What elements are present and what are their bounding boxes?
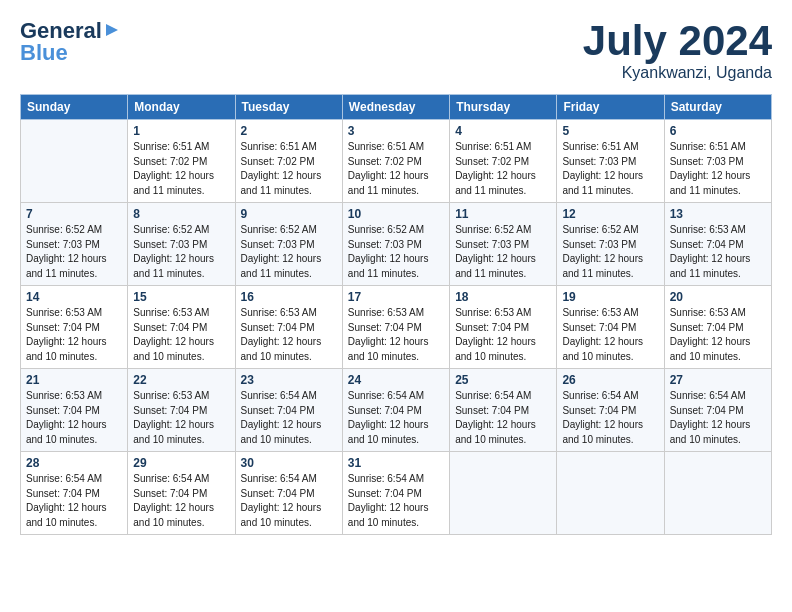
day-info: Sunrise: 6:54 AM Sunset: 7:04 PM Dayligh…	[455, 389, 551, 447]
calendar-cell	[21, 120, 128, 203]
calendar-cell: 4Sunrise: 6:51 AM Sunset: 7:02 PM Daylig…	[450, 120, 557, 203]
calendar-cell: 15Sunrise: 6:53 AM Sunset: 7:04 PM Dayli…	[128, 286, 235, 369]
day-number: 2	[241, 124, 337, 138]
day-info: Sunrise: 6:51 AM Sunset: 7:02 PM Dayligh…	[241, 140, 337, 198]
calendar-cell: 3Sunrise: 6:51 AM Sunset: 7:02 PM Daylig…	[342, 120, 449, 203]
day-info: Sunrise: 6:53 AM Sunset: 7:04 PM Dayligh…	[241, 306, 337, 364]
calendar-cell: 21Sunrise: 6:53 AM Sunset: 7:04 PM Dayli…	[21, 369, 128, 452]
day-number: 6	[670, 124, 766, 138]
page: General Blue July 2024 Kyankwanzi, Ugand…	[0, 0, 792, 545]
calendar-cell: 22Sunrise: 6:53 AM Sunset: 7:04 PM Dayli…	[128, 369, 235, 452]
calendar-title: July 2024	[583, 18, 772, 64]
day-number: 4	[455, 124, 551, 138]
day-number: 16	[241, 290, 337, 304]
day-number: 18	[455, 290, 551, 304]
day-number: 29	[133, 456, 229, 470]
calendar-cell: 16Sunrise: 6:53 AM Sunset: 7:04 PM Dayli…	[235, 286, 342, 369]
logo-blue: Blue	[20, 40, 68, 66]
calendar-cell	[557, 452, 664, 535]
weekday-header: Sunday	[21, 95, 128, 120]
calendar-cell: 18Sunrise: 6:53 AM Sunset: 7:04 PM Dayli…	[450, 286, 557, 369]
header: General Blue July 2024 Kyankwanzi, Ugand…	[20, 18, 772, 82]
day-number: 30	[241, 456, 337, 470]
day-info: Sunrise: 6:52 AM Sunset: 7:03 PM Dayligh…	[455, 223, 551, 281]
day-info: Sunrise: 6:52 AM Sunset: 7:03 PM Dayligh…	[26, 223, 122, 281]
day-number: 21	[26, 373, 122, 387]
calendar-cell: 27Sunrise: 6:54 AM Sunset: 7:04 PM Dayli…	[664, 369, 771, 452]
day-info: Sunrise: 6:51 AM Sunset: 7:02 PM Dayligh…	[133, 140, 229, 198]
calendar-cell: 31Sunrise: 6:54 AM Sunset: 7:04 PM Dayli…	[342, 452, 449, 535]
day-info: Sunrise: 6:54 AM Sunset: 7:04 PM Dayligh…	[348, 472, 444, 530]
day-info: Sunrise: 6:54 AM Sunset: 7:04 PM Dayligh…	[348, 389, 444, 447]
day-info: Sunrise: 6:53 AM Sunset: 7:04 PM Dayligh…	[26, 306, 122, 364]
calendar-cell: 5Sunrise: 6:51 AM Sunset: 7:03 PM Daylig…	[557, 120, 664, 203]
day-number: 10	[348, 207, 444, 221]
day-number: 1	[133, 124, 229, 138]
day-info: Sunrise: 6:53 AM Sunset: 7:04 PM Dayligh…	[133, 306, 229, 364]
day-info: Sunrise: 6:53 AM Sunset: 7:04 PM Dayligh…	[133, 389, 229, 447]
day-number: 20	[670, 290, 766, 304]
day-number: 7	[26, 207, 122, 221]
day-number: 24	[348, 373, 444, 387]
day-number: 9	[241, 207, 337, 221]
calendar-cell: 14Sunrise: 6:53 AM Sunset: 7:04 PM Dayli…	[21, 286, 128, 369]
calendar-subtitle: Kyankwanzi, Uganda	[583, 64, 772, 82]
calendar-cell: 1Sunrise: 6:51 AM Sunset: 7:02 PM Daylig…	[128, 120, 235, 203]
day-info: Sunrise: 6:52 AM Sunset: 7:03 PM Dayligh…	[241, 223, 337, 281]
day-info: Sunrise: 6:54 AM Sunset: 7:04 PM Dayligh…	[133, 472, 229, 530]
calendar-cell: 12Sunrise: 6:52 AM Sunset: 7:03 PM Dayli…	[557, 203, 664, 286]
day-info: Sunrise: 6:54 AM Sunset: 7:04 PM Dayligh…	[241, 472, 337, 530]
calendar-cell: 19Sunrise: 6:53 AM Sunset: 7:04 PM Dayli…	[557, 286, 664, 369]
day-info: Sunrise: 6:52 AM Sunset: 7:03 PM Dayligh…	[348, 223, 444, 281]
day-info: Sunrise: 6:52 AM Sunset: 7:03 PM Dayligh…	[133, 223, 229, 281]
day-number: 26	[562, 373, 658, 387]
calendar-cell: 28Sunrise: 6:54 AM Sunset: 7:04 PM Dayli…	[21, 452, 128, 535]
calendar-week-row: 14Sunrise: 6:53 AM Sunset: 7:04 PM Dayli…	[21, 286, 772, 369]
day-info: Sunrise: 6:53 AM Sunset: 7:04 PM Dayligh…	[562, 306, 658, 364]
day-info: Sunrise: 6:54 AM Sunset: 7:04 PM Dayligh…	[670, 389, 766, 447]
calendar-cell: 8Sunrise: 6:52 AM Sunset: 7:03 PM Daylig…	[128, 203, 235, 286]
day-info: Sunrise: 6:51 AM Sunset: 7:02 PM Dayligh…	[348, 140, 444, 198]
day-number: 23	[241, 373, 337, 387]
weekday-header: Tuesday	[235, 95, 342, 120]
calendar-cell: 10Sunrise: 6:52 AM Sunset: 7:03 PM Dayli…	[342, 203, 449, 286]
calendar-cell: 25Sunrise: 6:54 AM Sunset: 7:04 PM Dayli…	[450, 369, 557, 452]
weekday-header: Friday	[557, 95, 664, 120]
day-info: Sunrise: 6:51 AM Sunset: 7:02 PM Dayligh…	[455, 140, 551, 198]
day-number: 22	[133, 373, 229, 387]
calendar-cell: 2Sunrise: 6:51 AM Sunset: 7:02 PM Daylig…	[235, 120, 342, 203]
title-block: July 2024 Kyankwanzi, Uganda	[583, 18, 772, 82]
day-info: Sunrise: 6:53 AM Sunset: 7:04 PM Dayligh…	[670, 306, 766, 364]
calendar-cell: 24Sunrise: 6:54 AM Sunset: 7:04 PM Dayli…	[342, 369, 449, 452]
day-number: 13	[670, 207, 766, 221]
day-info: Sunrise: 6:53 AM Sunset: 7:04 PM Dayligh…	[670, 223, 766, 281]
day-info: Sunrise: 6:51 AM Sunset: 7:03 PM Dayligh…	[562, 140, 658, 198]
day-number: 27	[670, 373, 766, 387]
day-number: 11	[455, 207, 551, 221]
calendar-cell: 9Sunrise: 6:52 AM Sunset: 7:03 PM Daylig…	[235, 203, 342, 286]
calendar-cell: 11Sunrise: 6:52 AM Sunset: 7:03 PM Dayli…	[450, 203, 557, 286]
day-info: Sunrise: 6:53 AM Sunset: 7:04 PM Dayligh…	[348, 306, 444, 364]
calendar-week-row: 7Sunrise: 6:52 AM Sunset: 7:03 PM Daylig…	[21, 203, 772, 286]
logo: General Blue	[20, 18, 120, 66]
calendar-week-row: 21Sunrise: 6:53 AM Sunset: 7:04 PM Dayli…	[21, 369, 772, 452]
calendar-week-row: 28Sunrise: 6:54 AM Sunset: 7:04 PM Dayli…	[21, 452, 772, 535]
day-info: Sunrise: 6:54 AM Sunset: 7:04 PM Dayligh…	[26, 472, 122, 530]
weekday-header: Saturday	[664, 95, 771, 120]
calendar-cell: 17Sunrise: 6:53 AM Sunset: 7:04 PM Dayli…	[342, 286, 449, 369]
day-number: 3	[348, 124, 444, 138]
calendar-cell: 30Sunrise: 6:54 AM Sunset: 7:04 PM Dayli…	[235, 452, 342, 535]
day-info: Sunrise: 6:52 AM Sunset: 7:03 PM Dayligh…	[562, 223, 658, 281]
calendar-table: SundayMondayTuesdayWednesdayThursdayFrid…	[20, 94, 772, 535]
calendar-cell: 23Sunrise: 6:54 AM Sunset: 7:04 PM Dayli…	[235, 369, 342, 452]
day-number: 14	[26, 290, 122, 304]
weekday-header: Thursday	[450, 95, 557, 120]
calendar-cell: 20Sunrise: 6:53 AM Sunset: 7:04 PM Dayli…	[664, 286, 771, 369]
weekday-header: Monday	[128, 95, 235, 120]
day-number: 19	[562, 290, 658, 304]
day-number: 17	[348, 290, 444, 304]
calendar-cell: 6Sunrise: 6:51 AM Sunset: 7:03 PM Daylig…	[664, 120, 771, 203]
day-info: Sunrise: 6:54 AM Sunset: 7:04 PM Dayligh…	[241, 389, 337, 447]
day-info: Sunrise: 6:53 AM Sunset: 7:04 PM Dayligh…	[26, 389, 122, 447]
calendar-cell: 13Sunrise: 6:53 AM Sunset: 7:04 PM Dayli…	[664, 203, 771, 286]
